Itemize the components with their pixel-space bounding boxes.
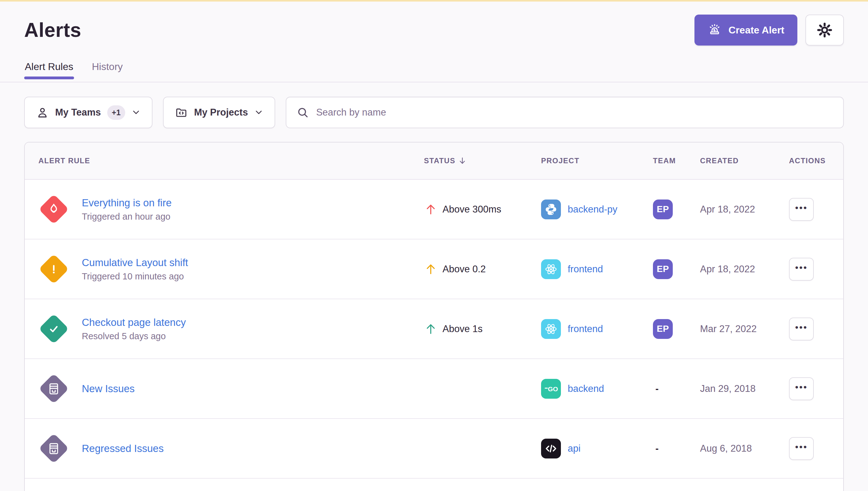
filter-bar: My Teams +1 My Projects	[0, 97, 868, 128]
row-actions-button[interactable]: •••	[789, 258, 814, 281]
created-date: Apr 18, 2022	[700, 264, 789, 275]
row-actions-button[interactable]: •••	[789, 437, 814, 460]
go-icon: GO	[541, 379, 561, 399]
column-header-created: Created	[700, 156, 789, 165]
alert-rule-detail: Triggered an hour ago	[82, 211, 172, 222]
arrow-up-icon	[424, 203, 438, 216]
team-badge: EP	[653, 259, 673, 279]
project-link[interactable]: backend-py	[568, 204, 617, 215]
column-header-status[interactable]: Status	[424, 156, 541, 166]
project-link[interactable]: api	[568, 443, 581, 454]
project-link[interactable]: frontend	[568, 264, 603, 275]
status-text: Above 0.2	[443, 264, 486, 275]
fire-icon	[38, 194, 69, 225]
siren-icon	[707, 23, 722, 37]
create-alert-button[interactable]: Create Alert	[695, 15, 797, 46]
table-header-row: Alert Rule Status Project Team Created A…	[25, 143, 843, 180]
alert-rule-detail: Triggered 10 minutes ago	[82, 271, 188, 282]
project-folder-icon	[175, 106, 188, 119]
tab-bar: Alert Rules History	[0, 61, 868, 82]
status-text: Above 300ms	[443, 204, 501, 215]
project-link[interactable]: frontend	[568, 323, 603, 335]
search-input[interactable]	[316, 107, 833, 118]
sort-arrow-down-icon	[458, 156, 467, 166]
created-date: Aug 6, 2018	[700, 443, 789, 454]
team-none: -	[653, 443, 659, 454]
search-container	[286, 97, 844, 128]
tab-alert-rules[interactable]: Alert Rules	[24, 61, 74, 82]
alert-rule-link[interactable]: Everything is on fire	[82, 197, 172, 209]
row-actions-button[interactable]: •••	[789, 198, 814, 221]
column-header-alert-rule: Alert Rule	[25, 156, 424, 165]
table-row: New Issues GO backend - Jan 29, 2018 •••	[25, 359, 843, 419]
alert-rule-detail: Resolved 5 days ago	[82, 331, 186, 341]
alert-rule-link[interactable]: Regressed Issues	[82, 442, 164, 455]
arrow-up-icon	[424, 262, 438, 276]
header-actions: Create Alert	[695, 15, 844, 46]
row-actions-button[interactable]: •••	[789, 377, 814, 400]
arrow-up-icon	[424, 322, 438, 336]
created-date: Jan 29, 2018	[700, 383, 789, 394]
teams-filter-button[interactable]: My Teams +1	[24, 97, 152, 128]
page-title: Alerts	[24, 19, 81, 41]
search-icon	[296, 106, 309, 119]
user-icon	[36, 106, 49, 119]
svg-text:GO: GO	[548, 385, 558, 392]
tab-history[interactable]: History	[91, 61, 124, 82]
team-badge: EP	[653, 319, 673, 339]
create-alert-label: Create Alert	[729, 25, 784, 36]
check-icon	[38, 314, 69, 344]
chevron-down-icon	[254, 108, 263, 117]
react-icon	[541, 259, 561, 279]
table-row: Checkout page latency Resolved 5 days ag…	[25, 299, 843, 359]
teams-filter-label: My Teams	[55, 107, 101, 118]
table-row: Cumulative Layout shift Triggered 10 min…	[25, 239, 843, 299]
projects-filter-button[interactable]: My Projects	[163, 97, 275, 128]
alert-rule-link[interactable]: New Issues	[82, 382, 135, 395]
code-icon	[541, 439, 561, 459]
team-none: -	[653, 383, 659, 394]
chevron-down-icon	[131, 108, 141, 117]
issues-icon	[38, 374, 69, 404]
alert-rules-table: Alert Rule Status Project Team Created A…	[24, 142, 844, 491]
issues-icon	[38, 433, 69, 464]
table-row: Regressed Issues api - Aug 6, 2018 •••	[25, 419, 843, 479]
created-date: Apr 18, 2022	[700, 204, 789, 215]
alert-rule-link[interactable]: Checkout page latency	[82, 316, 186, 329]
page-header: Alerts Create Alert	[0, 2, 868, 46]
warning-icon	[38, 254, 69, 284]
created-date: Mar 27, 2022	[700, 323, 789, 335]
column-header-actions: Actions	[789, 156, 843, 165]
team-badge: EP	[653, 200, 673, 219]
react-icon	[541, 319, 561, 339]
settings-button[interactable]	[805, 15, 844, 46]
table-row: Everything is on fire Triggered an hour …	[25, 180, 843, 239]
python-icon	[541, 200, 561, 219]
project-link[interactable]: backend	[568, 383, 604, 394]
alert-rule-link[interactable]: Cumulative Layout shift	[82, 257, 188, 269]
projects-filter-label: My Projects	[194, 107, 248, 118]
row-actions-button[interactable]: •••	[789, 318, 814, 341]
gear-icon	[816, 21, 833, 39]
column-header-team: Team	[653, 156, 700, 165]
teams-count-badge: +1	[107, 105, 125, 120]
status-text: Above 1s	[443, 323, 482, 335]
column-header-project: Project	[541, 156, 653, 165]
